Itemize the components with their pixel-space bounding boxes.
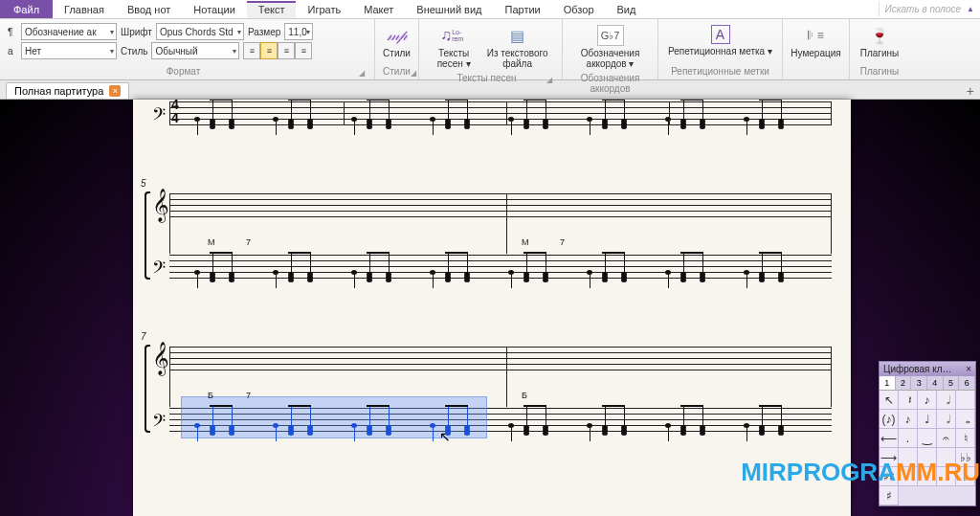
bass-clef-icon: 𝄢 bbox=[152, 406, 166, 440]
lyrics-dialog-icon[interactable]: ◢ bbox=[546, 76, 554, 84]
char-icon: a bbox=[8, 46, 17, 56]
search-placeholder: Искать в полосе bbox=[885, 4, 961, 14]
mouse-cursor-icon: ↖ bbox=[439, 429, 451, 444]
menu-layout[interactable]: Макет bbox=[352, 1, 405, 18]
keypad-tab-1[interactable]: 1 bbox=[880, 376, 896, 390]
menu-parts[interactable]: Партии bbox=[494, 1, 552, 18]
format-dialog-icon[interactable]: ◢ bbox=[359, 69, 367, 78]
keypad-key[interactable]: . bbox=[899, 429, 918, 448]
keypad-key[interactable]: 𝅗𝅥 bbox=[937, 391, 956, 410]
new-tab-button[interactable]: + bbox=[961, 83, 980, 99]
textfile-icon: ▤ bbox=[504, 25, 531, 46]
workspace: 𝄢 44 М7М7Б7Б 5 𝄞 𝄢 bbox=[0, 100, 980, 516]
treble-clef-icon: 𝄞 bbox=[152, 341, 169, 375]
style-combo[interactable]: Обычный bbox=[151, 42, 239, 59]
keypad-key[interactable]: ♮ bbox=[956, 429, 975, 448]
align-center[interactable]: ≡ bbox=[260, 42, 278, 59]
lyrics-button[interactable]: ♫Lo-rem Тексты песен ▾ bbox=[427, 21, 480, 73]
chord-mark: Б bbox=[522, 391, 527, 400]
align-justify[interactable]: ≡ bbox=[295, 42, 312, 59]
file-menu[interactable]: Файл bbox=[0, 0, 53, 18]
plugins-button[interactable]: 🍷 Плагины bbox=[854, 21, 905, 62]
keypad-key[interactable]: ♪ bbox=[918, 391, 937, 410]
chord-symbols-button[interactable]: G♭7 Обозначения аккордов ▾ bbox=[570, 21, 650, 73]
keypad-key[interactable]: 𝅗𝅥 bbox=[937, 410, 956, 429]
keypad-close-icon[interactable]: × bbox=[966, 364, 971, 374]
keypad-key[interactable] bbox=[899, 448, 918, 467]
format-group-label: Формат bbox=[167, 66, 201, 78]
numbering-button[interactable]: 𝄆 ≡ Нумерация bbox=[789, 21, 842, 62]
keypad-tab-2[interactable]: 2 bbox=[896, 376, 912, 390]
score-sheet[interactable]: 𝄢 44 М7М7Б7Б 5 𝄞 𝄢 bbox=[133, 100, 851, 516]
keypad-panel[interactable]: Цифровая кл…× 123456 ↖𝄽♪𝅗𝅥(♪)♪♩𝅗𝅥𝅝⟵.‿𝄐♮⟶… bbox=[879, 361, 976, 506]
chord-mark: М bbox=[208, 237, 215, 247]
rehearsal-icon: A bbox=[711, 25, 730, 44]
lyrics-icon: ♫Lo-rem bbox=[440, 25, 467, 46]
keypad-key[interactable]: 𝅝 bbox=[956, 410, 975, 429]
chord-icon: G♭7 bbox=[597, 25, 624, 46]
font-combo[interactable]: Opus Chords Std bbox=[156, 23, 244, 40]
keypad-key[interactable]: (♪) bbox=[880, 410, 899, 429]
object-combo[interactable]: Обозначение ак bbox=[21, 23, 117, 40]
from-textfile-button[interactable]: ▤ Из текстового файла bbox=[480, 21, 554, 73]
menu-view[interactable]: Вид bbox=[606, 1, 648, 18]
keypad-key[interactable]: ♩ bbox=[918, 410, 937, 429]
align-right[interactable]: ≡ bbox=[278, 42, 295, 59]
measure-number-7: 7 bbox=[141, 331, 146, 342]
menu-home[interactable]: Главная bbox=[53, 1, 116, 18]
keypad-tab-6[interactable]: 6 bbox=[959, 376, 975, 390]
keypad-key[interactable]: ♯♯ bbox=[880, 467, 899, 486]
keypad-key[interactable]: 𝄽 bbox=[899, 391, 918, 410]
tab-title: Полная партитура bbox=[14, 85, 103, 97]
keypad-key[interactable]: ⟵ bbox=[880, 429, 899, 448]
measure-number-5: 5 bbox=[141, 178, 146, 189]
menu-play[interactable]: Играть bbox=[296, 1, 352, 18]
bass-clef-icon: 𝄢 bbox=[152, 100, 166, 134]
treble-clef-icon: 𝄞 bbox=[152, 188, 169, 222]
keypad-key[interactable]: ‿ bbox=[918, 429, 937, 448]
keypad-key[interactable] bbox=[899, 467, 918, 486]
collapse-icon[interactable]: ▲ bbox=[967, 5, 974, 13]
document-tab[interactable]: Полная партитура × bbox=[6, 82, 129, 99]
char-combo[interactable]: Нет bbox=[21, 42, 117, 59]
close-tab-icon[interactable]: × bbox=[109, 85, 121, 97]
rehearsal-mark-button[interactable]: A Репетиционная метка ▾ bbox=[666, 21, 774, 60]
keypad-tab-5[interactable]: 5 bbox=[944, 376, 960, 390]
keypad-key[interactable] bbox=[918, 467, 937, 486]
mp-icon: 𝓂𝓅 bbox=[384, 25, 411, 46]
size-combo[interactable]: 11,0 bbox=[284, 23, 313, 40]
menu-noteinput[interactable]: Ввод нот bbox=[116, 1, 182, 18]
font-label: Шрифт bbox=[121, 27, 152, 37]
menu-review[interactable]: Обзор bbox=[552, 1, 606, 18]
style-label: Стиль bbox=[121, 46, 147, 56]
keypad-key[interactable]: ♪ bbox=[899, 410, 918, 429]
keypad-key[interactable] bbox=[918, 448, 937, 467]
styles-button[interactable]: 𝓂𝓅 Стили bbox=[371, 21, 423, 62]
styles-dialog-icon[interactable]: ◢ bbox=[411, 69, 418, 78]
ribbon-search[interactable]: Искать в полосе ▲ bbox=[879, 2, 980, 16]
keypad-key[interactable]: ⟶ bbox=[880, 448, 899, 467]
keypad-key[interactable]: ♯ bbox=[880, 486, 899, 505]
menu-notations[interactable]: Нотации bbox=[182, 1, 246, 18]
keypad-key[interactable] bbox=[937, 448, 956, 467]
keypad-key[interactable]: ♭♭ bbox=[956, 448, 975, 467]
keypad-key[interactable]: ↖ bbox=[880, 391, 899, 410]
keypad-key[interactable] bbox=[937, 467, 956, 486]
para-icon: ¶ bbox=[8, 27, 17, 37]
plugin-icon: 🍷 bbox=[866, 25, 893, 46]
menu-text[interactable]: Текст bbox=[247, 1, 297, 18]
keypad-key[interactable]: 𝄐 bbox=[937, 429, 956, 448]
keypad-tab-4[interactable]: 4 bbox=[927, 376, 944, 390]
keypad-key[interactable] bbox=[956, 391, 975, 410]
align-left[interactable]: ≡ bbox=[243, 42, 260, 59]
chord-mark: Б bbox=[208, 391, 213, 400]
menu-appearance[interactable]: Внешний вид bbox=[405, 1, 493, 18]
chord-mark: М bbox=[522, 237, 529, 247]
keypad-key[interactable]: ♭ bbox=[956, 467, 975, 486]
size-label: Размер bbox=[248, 27, 280, 37]
numbering-icon: 𝄆 ≡ bbox=[803, 25, 830, 46]
keypad-tab-3[interactable]: 3 bbox=[911, 376, 927, 390]
bass-clef-icon: 𝄢 bbox=[152, 253, 166, 287]
keypad-title: Цифровая кл… bbox=[883, 364, 952, 374]
